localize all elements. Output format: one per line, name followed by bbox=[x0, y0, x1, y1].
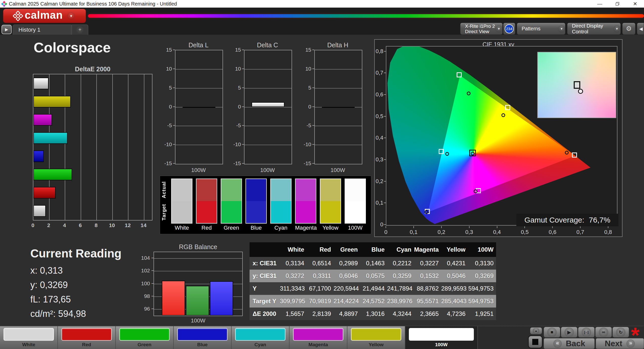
pattern-label: Magenta bbox=[290, 342, 347, 347]
pattern-button-blue[interactable]: Blue bbox=[174, 326, 232, 349]
pattern-window-button[interactable] bbox=[528, 335, 543, 348]
table-row: Y311,334367,1700220,594421,4944241,78948… bbox=[250, 282, 496, 295]
restore-icon[interactable] bbox=[609, 0, 626, 8]
chevron-left-icon: ◀ bbox=[637, 26, 643, 32]
stop-button[interactable]: ■ bbox=[544, 327, 560, 338]
pattern-button-cyan[interactable]: Cyan bbox=[232, 326, 290, 349]
cie-target-point-yellow bbox=[505, 105, 510, 110]
swatch-target bbox=[246, 201, 266, 223]
delta-c-tick-label: 15 bbox=[228, 47, 241, 53]
next-button[interactable]: Next » bbox=[596, 338, 644, 349]
cie-x-tick-label: 0 bbox=[380, 229, 392, 235]
add-tab-button[interactable]: + bbox=[72, 25, 88, 35]
delta-h-tickmark bbox=[312, 144, 314, 145]
table-row-label: y: CIE31 bbox=[250, 270, 280, 282]
calman-app-window: Calman 2025 Calman Ultimate for Business… bbox=[0, 0, 644, 349]
pattern-button-green[interactable]: Green bbox=[116, 326, 174, 349]
table-column-header-cyan: Cyan bbox=[387, 242, 414, 257]
pattern-swatch bbox=[409, 328, 474, 341]
rgb-tick-label: 102 bbox=[136, 268, 150, 274]
deltae-bar-green bbox=[33, 169, 72, 180]
play-button[interactable]: ▶ bbox=[561, 327, 578, 338]
pattern-button-yellow[interactable]: Yellow bbox=[347, 326, 405, 349]
meter-count-box[interactable]: 234 bbox=[503, 23, 515, 35]
tab-scroll-button[interactable]: ▶ bbox=[2, 25, 12, 34]
loop-button[interactable]: ∞ bbox=[595, 327, 612, 338]
table-cell: 0,3130 bbox=[468, 257, 496, 270]
tab-history-1[interactable]: History 1 bbox=[13, 25, 71, 35]
pattern-button-red[interactable]: Red bbox=[58, 326, 116, 349]
pattern-button-magenta[interactable]: Magenta bbox=[290, 326, 347, 349]
table-cell: 0,2212 bbox=[387, 257, 414, 270]
display-control-dropdown[interactable]: Direct Display Control ▼ bbox=[567, 23, 621, 35]
swatch-yellow bbox=[320, 179, 341, 224]
minimize-icon[interactable]: — bbox=[591, 0, 609, 8]
refresh-button[interactable]: ↻ bbox=[612, 327, 629, 338]
calman-menu-button[interactable]: calman ▼ bbox=[3, 9, 86, 23]
meter-dropdown[interactable]: X-Rite i1Pro 2 Direct View ▼ bbox=[460, 23, 503, 35]
table-column-header-magenta: Magenta bbox=[414, 242, 441, 257]
calman-diamond-icon bbox=[12, 11, 23, 21]
table-cell: 0,6046 bbox=[334, 270, 360, 282]
cie-y-tick-label: 0,7 bbox=[373, 70, 383, 76]
table-cell: 1,5657 bbox=[280, 308, 307, 320]
cie-x-tickmark bbox=[524, 226, 525, 228]
deltae-bar-yellow bbox=[33, 96, 71, 107]
chevron-down-icon[interactable]: ▼ bbox=[495, 25, 502, 32]
collapse-panel-button[interactable]: ◀ bbox=[637, 23, 644, 35]
table-cell: 0,5046 bbox=[441, 270, 468, 282]
app-header: calman ▼ bbox=[0, 8, 644, 24]
table-cell: 95,5571 bbox=[414, 295, 441, 308]
close-icon[interactable]: ✕ bbox=[626, 0, 644, 8]
table-cell: 67,1700 bbox=[307, 282, 334, 295]
cie-x-tickmark bbox=[552, 226, 553, 228]
back-button-label: Back bbox=[566, 339, 585, 348]
cie-y-tickmark bbox=[384, 94, 386, 95]
pattern-label: Blue bbox=[174, 342, 231, 347]
cie-measured-point-yellow bbox=[501, 113, 505, 117]
swatch-target bbox=[196, 201, 217, 223]
calman-menu-chevron-icon[interactable]: ▼ bbox=[67, 12, 75, 20]
gamut-coverage-value: 76,7% bbox=[589, 216, 610, 224]
deltae-tick-label: 0 bbox=[28, 222, 38, 228]
table-cell: 1,9251 bbox=[468, 308, 496, 320]
pattern-button-white[interactable]: White bbox=[0, 326, 58, 349]
swatch-green bbox=[221, 179, 242, 224]
cie-measured-point-cyan bbox=[445, 152, 449, 156]
table-cell: 220,5944 bbox=[334, 282, 360, 295]
cie-x-tick-label: 0,2 bbox=[435, 229, 448, 235]
delta-c-tick-label: -5 bbox=[228, 122, 241, 128]
deltae-bar-100w bbox=[33, 78, 49, 89]
delta-h-tickmark bbox=[312, 163, 314, 164]
pattern-swatch bbox=[119, 328, 170, 341]
deltae-bar-white bbox=[33, 205, 46, 217]
back-button[interactable]: « Back bbox=[544, 338, 595, 349]
delta-l-tick-label: 0 bbox=[159, 104, 172, 110]
cie-y-tick-label: 0,6 bbox=[373, 91, 383, 98]
cie-y-tick-label: 0,4 bbox=[373, 135, 383, 141]
current-reading-x: x: 0,313 bbox=[30, 265, 63, 276]
deltae-bar-cyan bbox=[33, 132, 68, 144]
swatch-magenta bbox=[295, 179, 316, 224]
pattern-button-100w[interactable]: 100W bbox=[405, 326, 478, 349]
cie-y-tickmark bbox=[384, 159, 386, 160]
patterns-dropdown[interactable]: Patterns ▼ bbox=[517, 23, 565, 35]
spectrum-gradient-bar bbox=[88, 14, 644, 18]
pattern-window-up-button[interactable]: ▲ bbox=[530, 327, 542, 334]
table-cell: 0,3272 bbox=[280, 270, 307, 282]
table-cell: 0,3134 bbox=[280, 257, 307, 270]
rgb-tick-label: 96 bbox=[136, 306, 150, 312]
settings-button[interactable]: ⚙ bbox=[622, 23, 635, 35]
table-cell: 0,3311 bbox=[307, 270, 334, 282]
swatch-actual bbox=[172, 179, 192, 201]
chevron-down-icon[interactable]: ▼ bbox=[558, 25, 565, 32]
delta-h-tickmark bbox=[312, 106, 314, 107]
cie-target-point-cyan bbox=[439, 149, 444, 154]
swatch-column-white: White bbox=[171, 179, 192, 231]
current-reading-fl: fL: 173,65 bbox=[30, 294, 71, 305]
chevron-down-icon[interactable]: ▼ bbox=[613, 25, 620, 32]
step-button[interactable]: [··] bbox=[578, 327, 595, 338]
swatch-label: Magenta bbox=[295, 225, 316, 231]
deltae-tick-label: 8 bbox=[91, 222, 101, 228]
delta-c-tick-label: -15 bbox=[228, 160, 241, 166]
